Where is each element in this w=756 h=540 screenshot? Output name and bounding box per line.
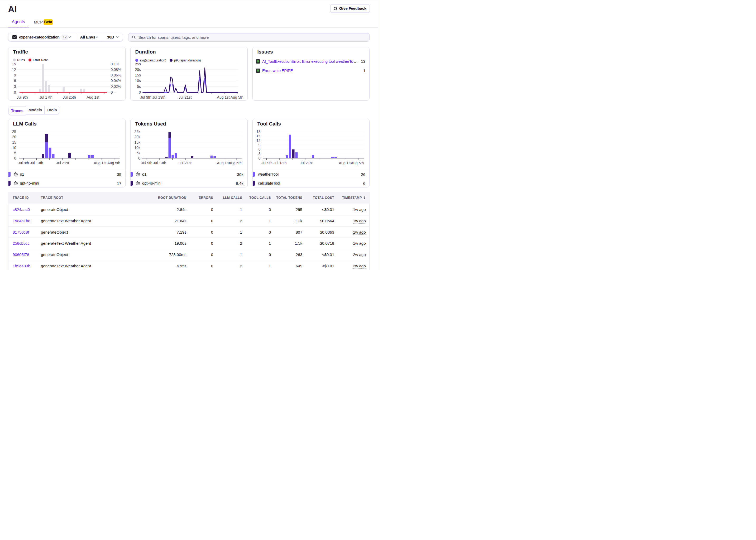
- svg-text:3: 3: [14, 84, 16, 88]
- svg-text:15k: 15k: [134, 140, 141, 145]
- svg-text:0.02%: 0.02%: [110, 84, 121, 88]
- svg-text:Jul 17th: Jul 17th: [39, 95, 52, 99]
- svg-text:5: 5: [14, 151, 16, 155]
- svg-text:Jul 13th: Jul 13th: [152, 95, 165, 99]
- svg-text:Jul 21st: Jul 21st: [300, 161, 313, 165]
- svg-text:Aug 5th: Aug 5th: [230, 95, 243, 99]
- svg-text:Jul 21st: Jul 21st: [179, 95, 192, 99]
- svg-text:0: 0: [14, 156, 16, 160]
- svg-text:0: 0: [258, 156, 261, 160]
- svg-text:20: 20: [12, 135, 16, 139]
- svg-text:0: 0: [14, 90, 16, 94]
- svg-text:15: 15: [256, 134, 261, 138]
- svg-text:Jul 21st: Jul 21st: [56, 161, 69, 165]
- svg-text:20k: 20k: [134, 135, 141, 139]
- svg-text:10: 10: [12, 146, 16, 150]
- svg-text:6: 6: [258, 147, 261, 151]
- svg-text:Aug 1st: Aug 1st: [86, 95, 99, 99]
- svg-text:Aug 1st: Aug 1st: [339, 161, 351, 165]
- svg-text:Jul 13th: Jul 13th: [153, 161, 166, 165]
- svg-text:Aug 5th: Aug 5th: [107, 161, 120, 165]
- svg-text:25s: 25s: [135, 62, 141, 66]
- svg-text:0.04%: 0.04%: [110, 78, 121, 83]
- svg-text:0.08%: 0.08%: [110, 67, 121, 71]
- svg-text:Aug 5th: Aug 5th: [351, 161, 364, 165]
- svg-text:Aug 1st: Aug 1st: [217, 161, 229, 165]
- svg-text:0: 0: [110, 90, 113, 94]
- svg-text:0.1%: 0.1%: [110, 62, 119, 66]
- svg-text:12: 12: [12, 67, 16, 71]
- svg-text:5s: 5s: [137, 84, 141, 88]
- svg-text:9: 9: [14, 73, 16, 77]
- svg-text:Jul 25th: Jul 25th: [63, 95, 76, 99]
- svg-text:Aug 1st: Aug 1st: [217, 95, 229, 99]
- svg-text:Jul 9th: Jul 9th: [141, 161, 152, 165]
- svg-text:10k: 10k: [134, 146, 141, 150]
- svg-text:Jul 9th: Jul 9th: [18, 161, 29, 165]
- svg-text:Jul 13th: Jul 13th: [273, 161, 287, 165]
- svg-text:Aug 5th: Aug 5th: [229, 161, 241, 165]
- svg-text:15s: 15s: [135, 73, 141, 77]
- svg-text:15: 15: [12, 140, 16, 145]
- svg-text:6: 6: [14, 78, 16, 83]
- svg-text:9: 9: [258, 143, 261, 147]
- svg-text:3: 3: [258, 152, 261, 156]
- svg-text:25k: 25k: [134, 129, 141, 134]
- svg-text:12: 12: [256, 138, 261, 143]
- svg-text:Jul 13th: Jul 13th: [30, 161, 43, 165]
- svg-text:Aug 1st: Aug 1st: [94, 161, 106, 165]
- svg-text:0: 0: [139, 90, 141, 94]
- svg-text:10s: 10s: [135, 78, 141, 83]
- svg-text:Jul 9th: Jul 9th: [261, 161, 272, 165]
- svg-text:Jul 21st: Jul 21st: [179, 161, 192, 165]
- svg-text:18: 18: [256, 129, 261, 134]
- svg-text:0: 0: [138, 156, 140, 160]
- svg-text:Jul 9th: Jul 9th: [140, 95, 151, 99]
- svg-text:Jul 9th: Jul 9th: [17, 95, 28, 99]
- svg-text:25: 25: [12, 129, 16, 134]
- svg-text:20s: 20s: [135, 67, 141, 71]
- svg-text:0.06%: 0.06%: [110, 73, 121, 77]
- svg-text:15: 15: [12, 62, 16, 66]
- svg-text:5k: 5k: [136, 151, 141, 155]
